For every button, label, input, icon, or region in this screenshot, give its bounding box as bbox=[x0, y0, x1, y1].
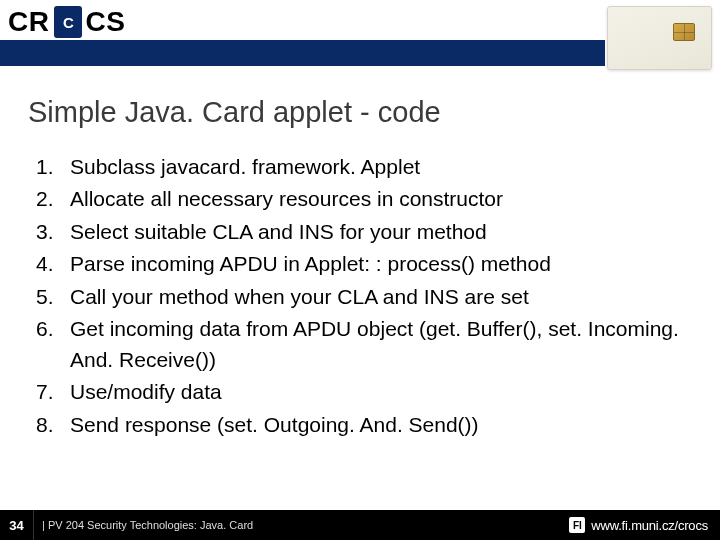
list-item: Select suitable CLA and INS for your met… bbox=[36, 217, 690, 247]
steps-list: Subclass javacard. framework. Applet All… bbox=[36, 152, 690, 442]
slide-footer: 34 | PV 204 Security Technologies: Java.… bbox=[0, 510, 720, 540]
slide-number: 34 bbox=[0, 510, 34, 540]
slide-title: Simple Java. Card applet - code bbox=[28, 96, 441, 129]
logo-text-right: CS bbox=[85, 6, 125, 38]
list-item: Get incoming data from APDU object (get.… bbox=[36, 314, 690, 375]
header-band bbox=[0, 40, 605, 66]
footer-url: www.fi.muni.cz/crocs bbox=[591, 518, 708, 533]
list-item: Use/modify data bbox=[36, 377, 690, 407]
shield-icon: C bbox=[54, 6, 82, 38]
logo-text-left: CR bbox=[8, 6, 49, 38]
muni-mark-icon: FI bbox=[569, 517, 585, 533]
list-item: Subclass javacard. framework. Applet bbox=[36, 152, 690, 182]
slide-header: CR C CS bbox=[0, 0, 720, 66]
list-item: Send response (set. Outgoing. And. Send(… bbox=[36, 410, 690, 440]
shield-letter: C bbox=[63, 14, 74, 31]
slide: CR C CS Simple Java. Card applet - code … bbox=[0, 0, 720, 540]
smartcard-image bbox=[607, 6, 712, 70]
crocs-logo: CR C CS bbox=[8, 6, 125, 38]
chip-icon bbox=[673, 23, 695, 41]
list-item: Parse incoming APDU in Applet: : process… bbox=[36, 249, 690, 279]
footer-course: | PV 204 Security Technologies: Java. Ca… bbox=[42, 519, 253, 531]
list-item: Call your method when your CLA and INS a… bbox=[36, 282, 690, 312]
list-item: Allocate all necessary resources in cons… bbox=[36, 184, 690, 214]
footer-site: FI www.fi.muni.cz/crocs bbox=[569, 517, 708, 533]
